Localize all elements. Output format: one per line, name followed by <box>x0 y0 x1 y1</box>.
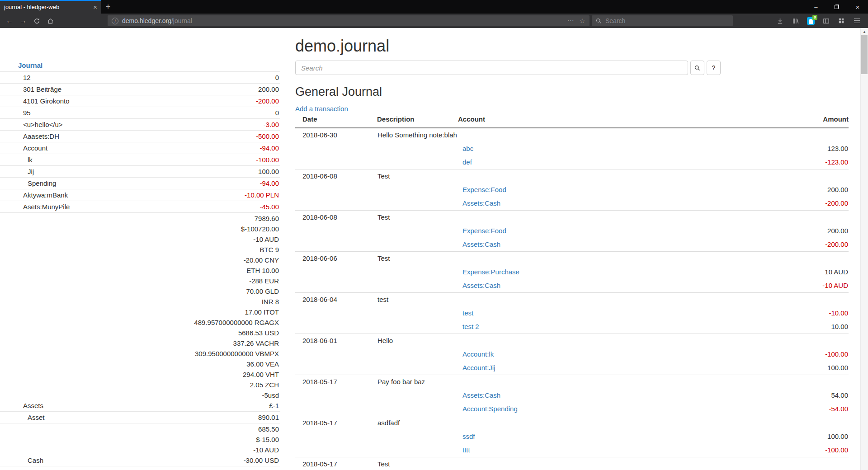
account-name-cell: 301 Beiträge <box>0 84 126 95</box>
sidebar-account-link[interactable]: Account <box>23 144 47 152</box>
sidebar-account-row: Jij100.00 <box>0 166 280 178</box>
browser-tab[interactable]: journal - hledger-web × <box>0 0 101 14</box>
menu-button[interactable] <box>849 14 864 27</box>
sidebar-account-link[interactable]: 4101 Girokonto <box>23 97 70 105</box>
sidebar-account-link[interactable]: 12 <box>23 74 31 81</box>
account-balance: -30.00 USD <box>126 455 279 465</box>
accounts-sidebar: Journal 120301 Beiträge200.004101 Giroko… <box>0 28 280 470</box>
posting-account-cell: def <box>458 155 684 169</box>
journal-search-button[interactable] <box>690 61 704 75</box>
transaction-date: 2018-05-17 <box>295 457 377 470</box>
window-close-button[interactable]: × <box>847 0 868 14</box>
posting-account-link[interactable]: Account:lk <box>462 350 494 358</box>
tab-title: journal - hledger-web <box>4 4 90 10</box>
posting-account-link[interactable]: Assets:Cash <box>462 240 500 248</box>
sidebar-account-link[interactable]: <u>hello</u> <box>23 121 63 128</box>
activity-grid-button[interactable] <box>834 14 849 27</box>
window-minimize-button[interactable]: − <box>806 0 826 14</box>
posting-account-link[interactable]: Account:Spending <box>462 405 518 413</box>
account-balance: $-15.00 <box>126 434 279 445</box>
search-icon <box>694 65 700 71</box>
restore-icon <box>835 5 839 9</box>
account-balance: 685.50 <box>126 424 279 434</box>
sidebar-account-row: Aktywa:mBank-10.00 PLN <box>0 189 280 201</box>
posting-row: abc123.00 <box>295 142 849 155</box>
account-balance: £-1 <box>126 400 279 411</box>
reload-button[interactable] <box>30 14 43 27</box>
posting-row: Expense:Food200.00 <box>295 183 849 197</box>
account-balance-cell: -10.00 PLN <box>126 189 280 201</box>
site-info-icon[interactable]: i <box>112 18 118 24</box>
transaction-date: 2018-06-06 <box>295 252 377 266</box>
tab-close-icon[interactable]: × <box>93 3 97 11</box>
posting-account-link[interactable]: Assets:Cash <box>462 199 500 207</box>
home-button[interactable] <box>43 14 57 27</box>
sidebar-account-link[interactable]: Jij <box>28 168 34 175</box>
posting-account-link[interactable]: Expense:Purchase <box>462 268 519 276</box>
account-balance-cell: 200.00 <box>126 84 280 95</box>
search-help-button[interactable]: ? <box>707 61 721 75</box>
new-tab-button[interactable]: + <box>101 0 115 14</box>
sidebar-account-link[interactable]: Cash <box>28 456 43 464</box>
sidebar-account-link[interactable]: 95 <box>23 109 31 117</box>
posting-account-link[interactable]: def <box>462 158 472 166</box>
page-actions-icon[interactable]: ⋯ <box>567 17 574 25</box>
posting-account-link[interactable]: Assets:Cash <box>462 391 500 399</box>
account-balance: -200.00 <box>126 96 279 106</box>
window-restore-button[interactable] <box>826 0 847 14</box>
forward-button[interactable]: → <box>16 14 30 27</box>
account-balance: 337.26 VACHR <box>126 338 279 348</box>
scroll-up-icon[interactable]: ▲ <box>861 28 868 35</box>
sidebar-account-link[interactable]: Asset <box>28 414 45 421</box>
back-button[interactable]: ← <box>3 14 16 27</box>
sidebar-journal-link[interactable]: Journal <box>18 61 42 69</box>
bookmark-star-icon[interactable]: ☆ <box>579 17 585 24</box>
ghostery-extension-button[interactable]: 0 <box>803 14 818 27</box>
url-bar[interactable]: i demo.hledger.org/journal ⋯ ☆ <box>108 15 590 26</box>
library-button[interactable] <box>788 14 803 27</box>
transaction-row: 2018-06-08Test <box>295 169 849 183</box>
sidebar-account-link[interactable]: 301 Beiträge <box>23 85 61 93</box>
column-header-date: Date <box>295 114 377 128</box>
browser-search-field[interactable]: Search <box>592 15 733 26</box>
account-balance-cell: -45.00 <box>126 201 280 213</box>
sidebar-account-link[interactable]: Aaasets:DH <box>23 132 59 140</box>
account-balance: -100.00 <box>126 155 279 165</box>
scrollbar-thumb[interactable] <box>861 35 868 74</box>
posting-account-link[interactable]: abc <box>462 145 473 152</box>
add-transaction-link[interactable]: Add a transaction <box>295 105 348 113</box>
posting-account-link[interactable]: Assets:Cash <box>462 282 500 289</box>
sidebar-account-link[interactable]: lk <box>28 156 33 164</box>
posting-account-link[interactable]: test 2 <box>462 323 479 330</box>
window-controls: − × <box>806 0 868 14</box>
sidebar-toggle-button[interactable] <box>818 14 834 27</box>
sidebar-account-link[interactable]: Spending <box>28 179 56 187</box>
posting-account-link[interactable]: Expense:Food <box>462 186 506 193</box>
account-balance: 294.00 VHT <box>126 369 279 380</box>
posting-account-link[interactable]: Expense:Food <box>462 227 506 235</box>
posting-account-link[interactable]: ssdf <box>462 432 475 440</box>
search-icon <box>596 18 602 24</box>
transaction-row: 2018-06-01Hello <box>295 334 849 348</box>
posting-amount: 200.00 <box>684 183 849 197</box>
account-balance: -288 EUR <box>126 276 279 286</box>
main-content: demo.journal ? General Journal Add a tra… <box>295 28 849 470</box>
downloads-button[interactable] <box>772 14 788 27</box>
account-balance: 489.957000000000 RGAGX <box>126 317 279 328</box>
browser-toolbar: ← → i demo.hledger.org/journal ⋯ ☆ Searc… <box>0 14 868 28</box>
sidebar-account-row: 120 <box>0 72 280 84</box>
page-scrollbar[interactable]: ▲ <box>860 28 868 470</box>
sidebar-account-link[interactable]: Asets:MunyPile <box>23 203 70 211</box>
transaction-date: 2018-06-08 <box>295 169 377 183</box>
journal-search-input[interactable] <box>295 61 688 75</box>
transaction-description: Pay foo bar baz <box>377 375 458 389</box>
posting-account-link[interactable]: Account:Jij <box>462 364 495 371</box>
transaction-description: Test <box>377 457 458 470</box>
account-balance: 0 <box>126 72 279 83</box>
posting-account-link[interactable]: test <box>462 309 473 317</box>
sidebar-account-row: lk-100.00 <box>0 154 280 166</box>
sidebar-account-link[interactable]: Aktywa:mBank <box>23 191 68 199</box>
posting-account-link[interactable]: tttt <box>462 446 470 454</box>
posting-amount: -10 AUD <box>684 279 849 293</box>
sidebar-account-link[interactable]: Assets <box>23 402 43 409</box>
